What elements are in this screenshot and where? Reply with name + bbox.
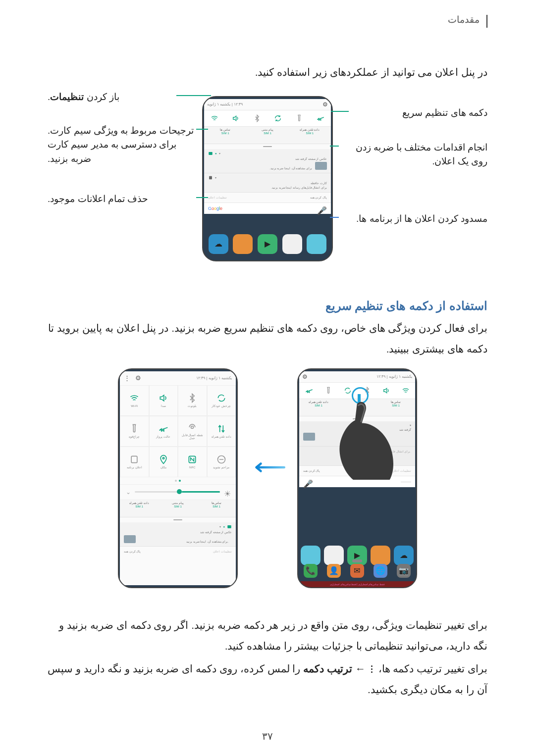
callout-notif-action: انجام اقدامات مختلف با ضربه زدن روی یک ا… (339, 141, 487, 169)
app-row: ▶ ☁ (204, 231, 331, 257)
section-para: برای فعال کردن ویژگی های خاص، روی دکمه ه… (48, 318, 487, 359)
screenshot-thumb-icon (315, 162, 327, 170)
qs-nfc[interactable]: NFC (178, 447, 207, 477)
mic-icon[interactable]: 🎤 (322, 206, 327, 211)
sound-icon[interactable] (231, 114, 240, 123)
emergency-bar: فقط تماس‌های اضطراری | فقط تماس‌های اضطر… (299, 581, 415, 587)
rotate-icon[interactable] (273, 114, 282, 123)
callout-quick-buttons: دکمه های تنظیم سریع (349, 106, 487, 120)
gear-icon[interactable]: ⚙ (302, 373, 308, 380)
contacts-icon[interactable]: 👤 (327, 564, 341, 578)
app-icon[interactable]: ☁ (209, 234, 228, 254)
qs-bluetooth[interactable]: بلوتوث (178, 385, 207, 416)
callout-clear-all: حذف تمام اعلانات موجود. (48, 192, 196, 206)
more-icon (369, 665, 375, 674)
page-header: مقدمات (48, 15, 487, 28)
more-icon[interactable]: ⋮ (124, 374, 130, 382)
svg-rect-3 (131, 456, 137, 462)
arrow-icon (248, 460, 287, 475)
clear-row[interactable]: پاک کردن همه تنظیمات اعلان (204, 193, 331, 202)
sim-row[interactable]: داده تلفن همراهSIM 1 پیام متنیSIM 1 تماس… (120, 500, 236, 517)
qs-mobiledata[interactable]: داده تلفن همراه (207, 416, 236, 447)
qs-dnd[interactable]: مزاحم نشوید (207, 447, 236, 477)
qs-read[interactable]: اعلان برنامه (120, 447, 149, 477)
qs-flashlight[interactable]: چراغ‌قوه (120, 416, 149, 447)
feature-para: برای تغییر تنظیمات ویژگی، روی متن واقع د… (48, 615, 487, 656)
panel-time: ۱۲:۴۹ | یکشنبه ۱ ژانویه (376, 374, 412, 379)
callout-block-apps: مسدود کردن اعلان ها از برنامه ها. (339, 212, 487, 226)
app-icon[interactable] (233, 234, 253, 254)
page-dots (120, 477, 236, 484)
flashlight-icon[interactable] (295, 114, 304, 123)
notification-panel: ⚙ ۱۲:۴۹ | یکشنبه ۱ ژانویه داده تلفن همرا… (204, 99, 331, 214)
sim-row[interactable]: داده تلفن همراهSIM 1 پیام متنیSIM 1 تماس… (204, 127, 331, 144)
svg-rect-0 (209, 152, 213, 155)
chevron-down-icon[interactable]: ⌄ (126, 489, 131, 496)
svg-rect-1 (209, 176, 212, 180)
airplane-icon[interactable] (316, 114, 325, 123)
notif-settings-link[interactable]: تنظیمات اعلان (208, 196, 227, 199)
app-icon[interactable] (307, 234, 326, 254)
wifi-icon[interactable] (401, 386, 410, 395)
qs-wifi[interactable]: Wi-Fi (120, 385, 149, 416)
brightness-slider[interactable]: ⌄ ☀ (120, 484, 236, 500)
airplane-icon[interactable] (305, 386, 314, 395)
qs-sound[interactable]: صدا (149, 385, 178, 416)
messages-icon[interactable]: ✉ (350, 564, 364, 578)
phone-expanded: ⋮⚙ ۱۲:۴۹ | یکشنبه ۱ ژانویه Wi-Fi صدا بلو… (118, 368, 238, 588)
phone-shade: ⚙ ۱۲:۴۹ | یکشنبه ۱ ژانویه داده تلفن همرا… (297, 368, 417, 588)
gear-icon[interactable]: ⚙ (322, 101, 328, 108)
svg-point-4 (162, 457, 164, 459)
svg-rect-7 (227, 525, 231, 528)
page-number: ۳۷ (262, 730, 273, 742)
notification-item[interactable]: ▾● عکس از صفحه گرفته شد برای مشاهده آن، … (204, 149, 331, 173)
touch-indicator (352, 387, 369, 404)
panel-time: ۱۲:۴۹ | یکشنبه ۱ ژانویه (207, 102, 243, 106)
google-logo: Google (208, 206, 222, 211)
qs-airplane[interactable]: حالت پرواز (149, 416, 178, 447)
callout-open-settings: باز کردن تنظیمات. (48, 90, 176, 104)
order-para: برای تغییر ترتیب دکمه ها، ← ترتیب دکمه ر… (48, 658, 487, 700)
intro-text: در پنل اعلان می توانید از عملکردهای زیر … (48, 62, 487, 82)
svg-point-2 (191, 426, 194, 428)
notification-item[interactable]: ▾ کارت حافظه برای انتقال فایل‌های رسانه … (204, 173, 331, 193)
app-icon[interactable] (282, 234, 302, 254)
camera-icon[interactable]: 📷 (397, 564, 411, 578)
browser-icon[interactable]: 🌐 (374, 564, 387, 578)
figure-expand-gesture: ⋮⚙ ۱۲:۴۹ | یکشنبه ۱ ژانویه Wi-Fi صدا بلو… (48, 368, 487, 601)
qs-hotspot[interactable]: نقطه اتصال قابل حمل (178, 416, 207, 447)
clear-row[interactable]: پاک کردن همه تنظیمات اعلان (120, 547, 236, 556)
rotate-icon[interactable] (343, 386, 352, 395)
callout-sim-prefs: ترجیحات مربوط به ویژگی سیم کارت. برای دس… (48, 124, 196, 166)
drag-handle[interactable] (204, 144, 331, 149)
phone-icon[interactable]: 📞 (304, 564, 318, 578)
notification-item[interactable]: ▾● عکس از صفحه گرفته شد برای مشاهده آن، … (120, 522, 236, 547)
phone-mockup: ⚙ ۱۲:۴۹ | یکشنبه ۱ ژانویه داده تلفن همرا… (202, 96, 333, 261)
quick-settings-row[interactable] (204, 110, 331, 127)
figure-panel-callouts: ⚙ ۱۲:۴۹ | یکشنبه ۱ ژانویه داده تلفن همرا… (48, 91, 487, 274)
gear-icon[interactable]: ⚙ (135, 374, 141, 382)
google-bar[interactable]: 🎤 Google (204, 202, 331, 214)
panel-time: ۱۲:۴۹ | یکشنبه ۱ ژانویه (196, 376, 232, 380)
section-heading: استفاده از دکمه های تنظیم سریع (48, 299, 487, 313)
notification-item[interactable]: ▾ گرفته شد (299, 421, 415, 447)
quick-settings-grid: Wi-Fi صدا بلوتوث چرخش خودکار چراغ‌قوه حا… (120, 385, 236, 477)
sound-icon[interactable] (382, 386, 391, 395)
wifi-icon[interactable] (210, 114, 219, 123)
flashlight-icon[interactable] (324, 386, 333, 395)
qs-rotate[interactable]: چرخش خودکار (207, 385, 236, 416)
bluetooth-icon[interactable] (253, 114, 262, 123)
brightness-icon: ☀ (224, 489, 230, 495)
qs-location[interactable]: مکان (149, 447, 178, 477)
clear-all-button[interactable]: پاک کردن همه (310, 196, 327, 199)
app-icon[interactable]: ▶ (258, 234, 277, 254)
